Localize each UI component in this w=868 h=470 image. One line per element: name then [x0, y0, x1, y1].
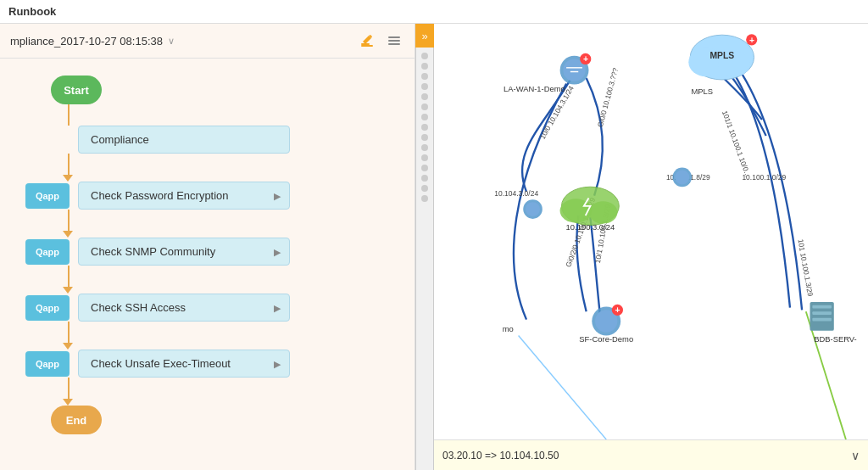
spine-dot-15 — [421, 195, 428, 202]
spine-dot-11 — [421, 154, 428, 161]
node-sf-core[interactable]: + SF-Core-Demo — [579, 305, 633, 344]
bottom-bar-text: 03.20.10 => 10.104.10.50 — [442, 450, 559, 462]
spine-dot-7 — [421, 114, 428, 120]
runbook-title-text: mpliance_2017-10-27 08:15:38 — [10, 35, 163, 48]
spine-dots — [421, 48, 428, 202]
svg-rect-45 — [812, 311, 832, 315]
spine-dot-5 — [421, 93, 428, 100]
svg-text:mo: mo — [503, 324, 514, 333]
arrow-connector-3 — [68, 266, 70, 287]
left-header: mpliance_2017-10-27 08:15:38 ∨ — [0, 24, 415, 59]
accordion-spine: » — [415, 24, 434, 470]
node-mpls[interactable]: + MPLS MPLS — [688, 34, 757, 96]
start-circle: Start — [51, 76, 102, 104]
step-badge-1: Qapp — [25, 183, 70, 209]
edit-icon[interactable] — [357, 31, 377, 51]
step-badge-4: Qapp — [25, 351, 70, 377]
arrow-connector-2 — [68, 210, 70, 231]
svg-point-33 — [675, 170, 689, 184]
spine-dot-14 — [421, 185, 428, 192]
node-small-router-2[interactable] — [672, 168, 692, 187]
top-bar: Runbook — [0, 0, 868, 24]
step-badge-3: Qapp — [25, 295, 70, 321]
svg-rect-4 — [388, 43, 400, 45]
spine-dot-6 — [421, 104, 428, 110]
arrow-connector-1 — [68, 154, 70, 175]
spine-dot-4 — [421, 83, 428, 90]
spine-dot-2 — [421, 63, 428, 70]
svg-text:SF-Core-Demo: SF-Core-Demo — [579, 334, 633, 344]
spine-dot-8 — [421, 124, 428, 131]
spine-dot-1 — [421, 53, 428, 59]
right-panel: 10/0 10.104.3.1/24 Gi0/0 10.100.3.??? 10… — [434, 24, 868, 470]
bottom-bar-chevron[interactable]: ∨ — [851, 449, 860, 462]
arrow-down-3 — [63, 287, 73, 294]
svg-rect-44 — [812, 305, 832, 309]
svg-text:Gi0/0 10.100.3.???: Gi0/0 10.100.3.??? — [596, 67, 620, 128]
step-arrow-right-4: ▶ — [274, 358, 281, 369]
svg-text:BDB-SERV-: BDB-SERV- — [814, 334, 857, 344]
step-row-2: Qapp Check SNMP Community ▶ — [25, 238, 389, 266]
left-panel: mpliance_2017-10-27 08:15:38 ∨ — [0, 24, 415, 470]
step-arrow-right-3: ▶ — [274, 302, 281, 313]
node-small-router-1[interactable] — [523, 199, 542, 219]
svg-text:+: + — [615, 305, 620, 315]
step-label-3: Check SSH Access — [91, 301, 186, 314]
step-arrow-right-2: ▶ — [274, 246, 281, 257]
svg-point-31 — [526, 202, 540, 216]
menu-icon[interactable] — [384, 31, 404, 51]
step-box-1[interactable]: Check Password Encryption ▶ — [78, 182, 290, 210]
arrow-down-1 — [63, 175, 73, 182]
step-box-2[interactable]: Check SNMP Community ▶ — [78, 238, 290, 266]
step-label-2: Check SNMP Community — [91, 245, 215, 258]
main-content: mpliance_2017-10-27 08:15:38 ∨ — [0, 24, 868, 470]
svg-rect-1 — [361, 45, 373, 47]
svg-text:+: + — [583, 54, 588, 64]
arrow-connector-0 — [68, 104, 70, 126]
step-badge-2: Qapp — [25, 239, 70, 265]
step-arrow-right-1: ▶ — [274, 190, 281, 201]
network-diagram-svg: 10/0 10.104.3.1/24 Gi0/0 10.100.3.??? 10… — [434, 24, 868, 439]
svg-text:MPLS: MPLS — [691, 87, 713, 96]
step-box-4[interactable]: Check Unsafe Exec-Timeout ▶ — [78, 350, 290, 378]
start-node: Start — [51, 76, 102, 104]
step-label-4: Check Unsafe Exec-Timeout — [91, 357, 231, 370]
spine-collapse-btn[interactable]: » — [415, 24, 434, 48]
svg-text:10.104.3.0/24: 10.104.3.0/24 — [494, 189, 538, 198]
step-row-4: Qapp Check Unsafe Exec-Timeout ▶ — [25, 350, 389, 378]
node-bdb-serv[interactable]: BDB-SERV- — [810, 302, 857, 344]
node-la-wan[interactable]: + LA-WAN-1-Demo — [504, 53, 591, 93]
svg-text:+: + — [749, 36, 754, 45]
end-node: End — [51, 406, 102, 434]
step-label-compliance: Compliance — [91, 133, 149, 146]
runbook-title-area: mpliance_2017-10-27 08:15:38 ∨ — [10, 35, 175, 48]
arrow-down-5 — [63, 399, 73, 406]
svg-rect-46 — [812, 318, 832, 322]
step-box-compliance: Compliance — [78, 126, 290, 154]
node-green-cloud[interactable]: 10.100.3.0/24 — [560, 187, 620, 232]
title-chevron[interactable]: ∨ — [168, 36, 175, 47]
step-label-1: Check Password Encryption — [91, 189, 229, 202]
spine-dot-12 — [421, 165, 428, 171]
workflow-area: Start Compliance Qapp Chec — [0, 59, 415, 470]
spine-dot-10 — [421, 144, 428, 151]
svg-rect-3 — [388, 40, 400, 42]
arrow-down-4 — [63, 343, 73, 350]
header-icons — [357, 31, 404, 51]
arrow-connector-5 — [68, 378, 70, 399]
svg-line-14 — [519, 336, 607, 440]
svg-text:LA-WAN-1-Demo: LA-WAN-1-Demo — [504, 84, 565, 93]
spine-dot-13 — [421, 175, 428, 182]
step-row-compliance: Compliance — [25, 126, 389, 154]
bottom-bar: 03.20.10 => 10.104.10.50 ∨ — [434, 439, 868, 470]
svg-rect-2 — [388, 36, 400, 38]
svg-text:10.100.3.0/24: 10.100.3.0/24 — [566, 222, 615, 232]
step-box-3[interactable]: Check SSH Access ▶ — [78, 294, 290, 322]
step-row-3: Qapp Check SSH Access ▶ — [25, 294, 389, 322]
arrow-down-2 — [63, 231, 73, 238]
step-row-1: Qapp Check Password Encryption ▶ — [25, 182, 389, 210]
svg-point-36 — [589, 201, 618, 223]
svg-text:101/1 10.100.1 10/0...: 101/1 10.100.1 10/0... — [721, 109, 753, 178]
arrow-connector-4 — [68, 322, 70, 343]
svg-text:MPLS: MPLS — [709, 51, 734, 60]
